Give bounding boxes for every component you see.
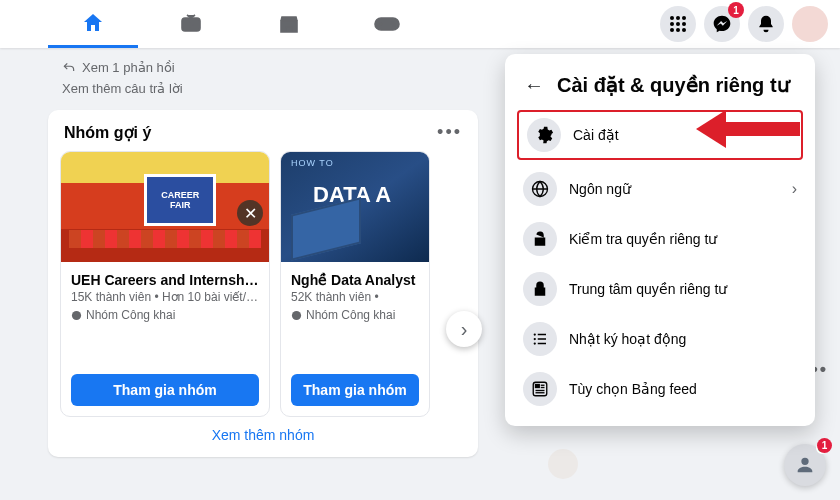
- group-visibility: Nhóm Công khai: [291, 308, 419, 322]
- reply-row[interactable]: Xem 1 phản hồi: [62, 60, 520, 75]
- notifications-button[interactable]: [748, 6, 784, 42]
- svg-point-13: [72, 310, 81, 319]
- svg-point-16: [534, 333, 536, 335]
- menu-item-feed-prefs[interactable]: Tùy chọn Bảng feed: [513, 364, 807, 414]
- menu-grid-button[interactable]: [660, 6, 696, 42]
- chevron-right-icon: ›: [792, 180, 797, 198]
- menu-label: Cài đặt: [573, 127, 619, 143]
- new-message-button[interactable]: 1: [784, 444, 826, 486]
- svg-point-2: [391, 22, 393, 24]
- svg-point-10: [670, 28, 674, 32]
- menu-label: Kiểm tra quyền riêng tư: [569, 231, 717, 247]
- panel-back-icon[interactable]: ←: [519, 70, 549, 100]
- feed-icon: [523, 372, 557, 406]
- group-tile[interactable]: CAREERFAIR ✕ UEH Careers and Internship …: [60, 151, 270, 417]
- reply-text: Xem 1 phản hồi: [82, 60, 175, 75]
- nav-gaming[interactable]: [342, 0, 432, 48]
- lock-open-icon: [523, 222, 557, 256]
- svg-point-5: [676, 16, 680, 20]
- svg-point-7: [670, 22, 674, 26]
- svg-point-14: [292, 310, 301, 319]
- group-cover: CAREERFAIR ✕: [61, 152, 269, 262]
- group-title: Nghề Data Analyst: [291, 272, 419, 288]
- svg-rect-23: [536, 385, 540, 388]
- menu-item-privacy-checkup[interactable]: Kiểm tra quyền riêng tư: [513, 214, 807, 264]
- svg-point-11: [676, 28, 680, 32]
- svg-point-6: [682, 16, 686, 20]
- group-cover: HOW TO DATA A: [281, 152, 429, 262]
- see-more-groups-link[interactable]: Xem thêm nhóm: [60, 417, 466, 445]
- menu-item-activity-log[interactable]: Nhật ký hoạt động: [513, 314, 807, 364]
- menu-item-privacy-center[interactable]: Trung tâm quyền riêng tư: [513, 264, 807, 314]
- menu-item-language[interactable]: Ngôn ngữ ›: [513, 164, 807, 214]
- svg-point-9: [682, 22, 686, 26]
- group-tile[interactable]: HOW TO DATA A Nghề Data Analyst 52K thàn…: [280, 151, 430, 417]
- messenger-button[interactable]: 1: [704, 6, 740, 42]
- list-icon: [523, 322, 557, 356]
- account-avatar[interactable]: [792, 6, 828, 42]
- contact-avatar: [548, 449, 578, 479]
- card-options-icon[interactable]: •••: [437, 122, 462, 143]
- groups-carousel: CAREERFAIR ✕ UEH Careers and Internship …: [60, 151, 466, 417]
- globe-icon: [523, 172, 557, 206]
- menu-label: Trung tâm quyền riêng tư: [569, 281, 727, 297]
- menu-label: Tùy chọn Bảng feed: [569, 381, 697, 397]
- messenger-badge: 1: [728, 2, 744, 18]
- more-replies-link[interactable]: Xem thêm câu trả lời: [62, 81, 520, 96]
- topbar-right: 1: [660, 6, 828, 42]
- lock-icon: [523, 272, 557, 306]
- menu-label: Ngôn ngữ: [569, 181, 631, 197]
- dismiss-group-icon[interactable]: ✕: [237, 200, 263, 226]
- svg-rect-21: [538, 343, 546, 345]
- suggested-groups-card: Nhóm gợi ý ••• CAREERFAIR ✕ UEH Careers …: [48, 110, 478, 457]
- main-feed: Xem 1 phản hồi Xem thêm câu trả lời Nhóm…: [0, 48, 520, 457]
- svg-point-12: [682, 28, 686, 32]
- group-meta: 15K thành viên • Hơn 10 bài viết/ngày: [71, 290, 259, 304]
- svg-point-17: [534, 338, 536, 340]
- join-group-button[interactable]: Tham gia nhóm: [291, 374, 419, 406]
- nav-home[interactable]: [48, 0, 138, 48]
- menu-label: Nhật ký hoạt động: [569, 331, 686, 347]
- group-visibility: Nhóm Công khai: [71, 308, 259, 322]
- svg-point-4: [670, 16, 674, 20]
- svg-rect-19: [538, 334, 546, 336]
- svg-rect-20: [538, 338, 546, 340]
- new-message-badge: 1: [817, 438, 832, 453]
- svg-point-18: [534, 342, 536, 344]
- nav-marketplace[interactable]: [244, 0, 334, 48]
- panel-title: Cài đặt & quyền riêng tư: [557, 73, 790, 97]
- group-meta: 52K thành viên •: [291, 290, 419, 304]
- group-title: UEH Careers and Internship Shares: [71, 272, 259, 288]
- nav-tabs: [48, 0, 432, 48]
- svg-point-8: [676, 22, 680, 26]
- annotation-arrow: [690, 104, 800, 158]
- join-group-button[interactable]: Tham gia nhóm: [71, 374, 259, 406]
- nav-watch[interactable]: [146, 0, 236, 48]
- suggested-title: Nhóm gợi ý: [64, 123, 151, 142]
- top-navbar: 1: [0, 0, 840, 48]
- gear-icon: [527, 118, 561, 152]
- carousel-next-icon[interactable]: ›: [446, 311, 482, 347]
- svg-point-3: [393, 24, 395, 26]
